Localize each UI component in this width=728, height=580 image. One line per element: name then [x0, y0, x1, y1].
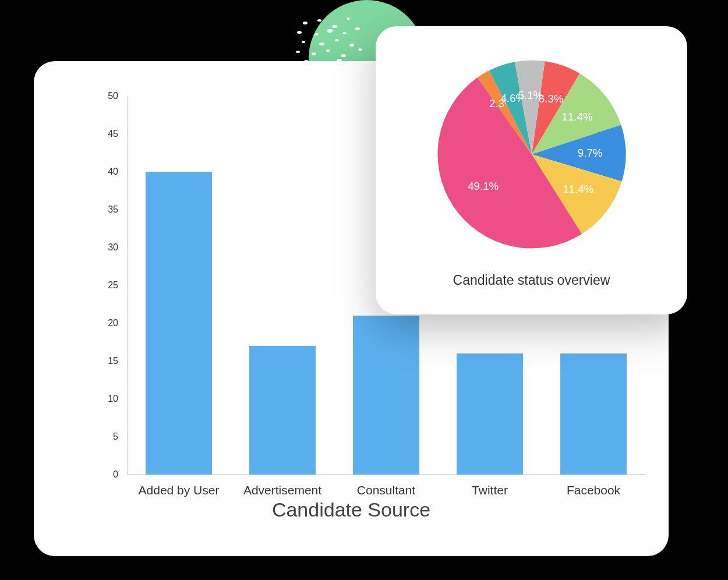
pie-chart-card: 6.3%11.4%9.7%11.4%49.1%2.3%4.6%5.1% Cand… [376, 26, 687, 314]
bar-y-axis: 05101520253035404550 [92, 96, 127, 475]
bar [560, 353, 627, 475]
pie-svg: 6.3%11.4%9.7%11.4%49.1%2.3%4.6%5.1% [433, 55, 631, 253]
bar [249, 346, 316, 475]
y-tick-label: 25 [108, 280, 118, 291]
pie-slice-label: 11.4% [561, 111, 592, 123]
bar-group [231, 96, 334, 475]
pie-slice-label: 5.1% [518, 89, 543, 101]
x-tick-label: Added by User [127, 483, 231, 497]
x-tick-label: Twitter [438, 483, 542, 497]
x-tick-label: Consultant [334, 483, 438, 497]
pie-slice-label: 11.4% [563, 183, 593, 195]
bar [457, 353, 523, 475]
y-tick-label: 45 [108, 129, 118, 139]
bar [353, 316, 419, 475]
x-tick-label: Advertisement [231, 483, 334, 497]
x-tick-label: Facebook [542, 483, 645, 497]
pie-container: 6.3%11.4%9.7%11.4%49.1%2.3%4.6%5.1% [433, 55, 631, 253]
pie-chart-title: Candidate status overview [376, 273, 687, 288]
bar-x-labels: Added by UserAdvertisementConsultantTwit… [127, 483, 645, 497]
bar [146, 172, 212, 475]
pie-slice-label: 9.7% [577, 147, 602, 159]
y-tick-label: 5 [113, 432, 118, 442]
y-tick-label: 30 [108, 242, 118, 253]
bar-group [127, 96, 231, 475]
y-tick-label: 0 [113, 469, 118, 480]
y-tick-label: 40 [108, 167, 118, 177]
y-tick-label: 35 [108, 204, 118, 215]
y-tick-label: 15 [108, 356, 118, 366]
bar-chart-title: Candidate Source [34, 498, 669, 521]
pie-slice-label: 49.1% [468, 180, 499, 192]
y-tick-label: 20 [108, 318, 118, 328]
y-tick-label: 50 [108, 91, 118, 101]
y-tick-label: 10 [108, 394, 118, 404]
